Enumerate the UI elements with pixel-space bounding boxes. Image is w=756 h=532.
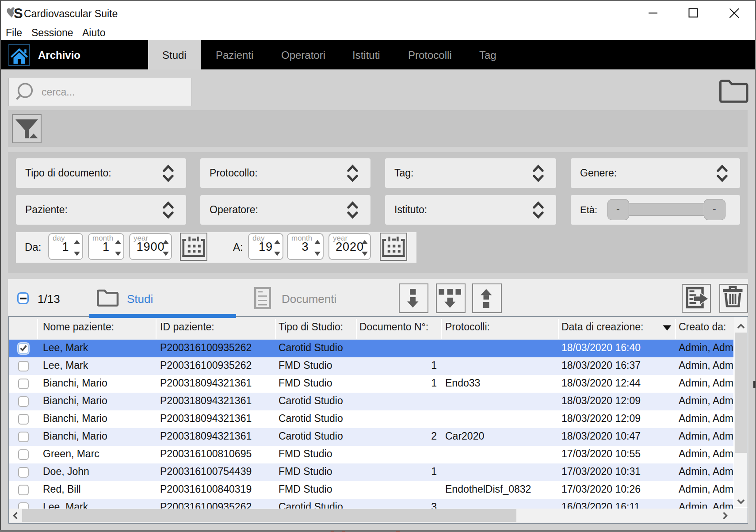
svg-text:S: S: [14, 6, 23, 21]
